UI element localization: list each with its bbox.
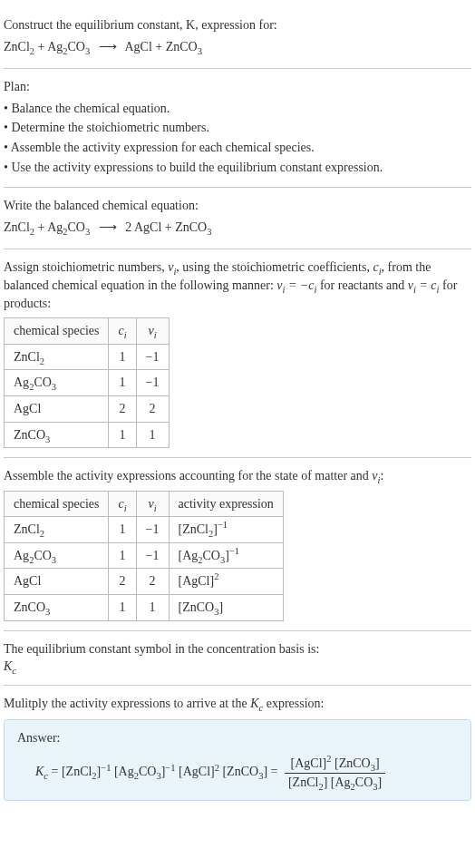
expr-cell: [ZnCl2]−1	[169, 517, 283, 543]
c-cell: 1	[109, 344, 136, 370]
c-cell: 1	[109, 595, 136, 621]
species-cell: ZnCO3	[5, 422, 109, 448]
table-row: Ag2CO3 1 −1	[5, 370, 170, 396]
c-cell: 1	[109, 422, 136, 448]
nu-cell: 1	[136, 595, 169, 621]
c-cell: 2	[109, 395, 136, 422]
col-nu-header: νi	[136, 318, 169, 345]
col-c-header: ci	[109, 491, 136, 517]
answer-box: Answer: Kc = [ZnCl2]−1 [Ag2CO3]−1 [AgCl]…	[4, 719, 471, 801]
prompt-line1: Construct the equilibrium constant, K, e…	[4, 18, 277, 32]
table-row: ZnCO3 1 1	[5, 422, 170, 448]
expr-cell: [AgCl]2	[169, 569, 283, 595]
multiply-section: Mulitply the activity expressions to arr…	[4, 686, 471, 810]
balanced-intro: Write the balanced chemical equation:	[4, 197, 471, 215]
species-cell: ZnCl2	[5, 517, 109, 543]
col-c-header: ci	[109, 318, 136, 345]
table-row: AgCl 2 2 [AgCl]2	[5, 569, 284, 595]
table-row: ZnCO3 1 1 [ZnCO3]	[5, 595, 284, 621]
species-cell: ZnCO3	[5, 595, 109, 621]
stoich-intro: Assign stoichiometric numbers, νi, using…	[4, 258, 471, 312]
activity-intro: Assemble the activity expressions accoun…	[4, 467, 471, 485]
balanced-section: Write the balanced chemical equation: Zn…	[4, 188, 471, 249]
balanced-equation: ZnCl2 + Ag2CO3 ⟶ 2 AgCl + ZnCO3	[4, 219, 471, 237]
col-nu-header: νi	[136, 491, 169, 517]
species-cell: Ag2CO3	[5, 370, 109, 396]
col-expr-header: activity expression	[169, 491, 283, 517]
unbalanced-equation: ZnCl2 + Ag2CO3 ⟶ AgCl + ZnCO3	[4, 38, 471, 56]
expr-cell: [ZnCO3]	[169, 595, 283, 621]
nu-cell: −1	[136, 370, 169, 396]
plan-item: • Determine the stoichiometric numbers.	[4, 119, 471, 137]
species-cell: Ag2CO3	[5, 542, 109, 569]
table-row: Ag2CO3 1 −1 [Ag2CO3]−1	[5, 542, 284, 569]
prompt-text: Construct the equilibrium constant, K, e…	[4, 16, 471, 34]
species-cell: ZnCl2	[5, 344, 109, 370]
prompt-section: Construct the equilibrium constant, K, e…	[4, 7, 471, 69]
plan-heading: Plan:	[4, 78, 471, 96]
species-cell: AgCl	[5, 395, 109, 422]
nu-cell: −1	[136, 542, 169, 569]
kc-symbol: Kc	[4, 658, 471, 676]
arrow-icon: ⟶	[99, 38, 117, 56]
stoich-section: Assign stoichiometric numbers, νi, using…	[4, 249, 471, 458]
table-header-row: chemical species ci νi activity expressi…	[5, 491, 284, 517]
kc-symbol-section: The equilibrium constant symbol in the c…	[4, 631, 471, 686]
nu-cell: −1	[136, 344, 169, 370]
activity-table: chemical species ci νi activity expressi…	[4, 491, 284, 621]
table-header-row: chemical species ci νi	[5, 318, 170, 345]
fraction: [AgCl]2 [ZnCO3] [ZnCl2] [Ag2CO3]	[285, 755, 385, 791]
plan-item: • Use the activity expressions to build …	[4, 159, 471, 177]
stoich-table: chemical species ci νi ZnCl2 1 −1 Ag2CO3…	[4, 317, 170, 448]
plan-item: • Assemble the activity expression for e…	[4, 139, 471, 157]
table-row: ZnCl2 1 −1 [ZnCl2]−1	[5, 517, 284, 543]
fraction-denominator: [ZnCl2] [Ag2CO3]	[285, 774, 385, 792]
c-cell: 2	[109, 569, 136, 595]
arrow-icon: ⟶	[99, 219, 117, 237]
answer-label: Answer:	[17, 729, 458, 747]
c-cell: 1	[109, 517, 136, 543]
col-species-header: chemical species	[5, 318, 109, 345]
c-cell: 1	[109, 370, 136, 396]
plan-section: Plan: • Balance the chemical equation. •…	[4, 69, 471, 188]
activity-section: Assemble the activity expressions accoun…	[4, 458, 471, 631]
expr-cell: [Ag2CO3]−1	[169, 542, 283, 569]
c-cell: 1	[109, 542, 136, 569]
species-cell: AgCl	[5, 569, 109, 595]
nu-cell: 2	[136, 569, 169, 595]
col-species-header: chemical species	[5, 491, 109, 517]
table-row: ZnCl2 1 −1	[5, 344, 170, 370]
plan-item: • Balance the chemical equation.	[4, 100, 471, 118]
nu-cell: 1	[136, 422, 169, 448]
multiply-intro: Mulitply the activity expressions to arr…	[4, 695, 471, 713]
answer-formula: Kc = [ZnCl2]−1 [Ag2CO3]−1 [AgCl]2 [ZnCO3…	[17, 755, 458, 791]
nu-cell: 2	[136, 395, 169, 422]
nu-cell: −1	[136, 517, 169, 543]
kc-symbol-intro: The equilibrium constant symbol in the c…	[4, 640, 471, 658]
fraction-numerator: [AgCl]2 [ZnCO3]	[285, 755, 385, 774]
table-row: AgCl 2 2	[5, 395, 170, 422]
